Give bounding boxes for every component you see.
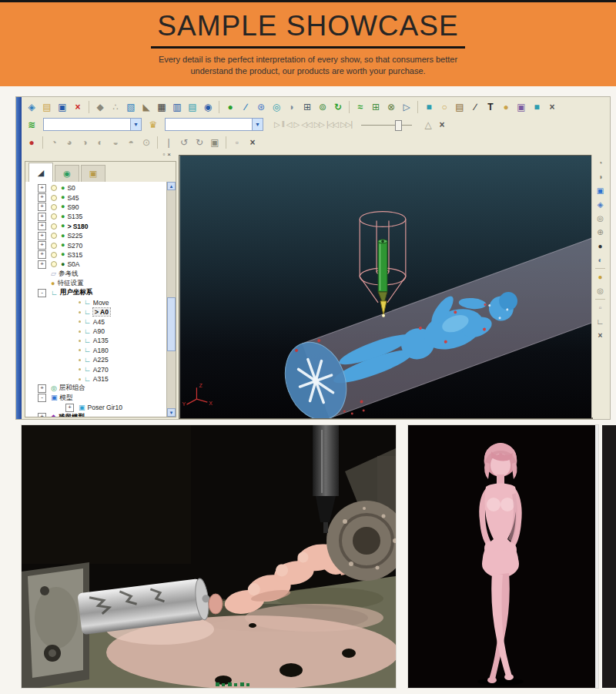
rotate-cw-button[interactable]: ↻ (192, 136, 206, 149)
point-grid-button[interactable]: ∴ (109, 100, 122, 114)
rewind-button[interactable]: ◁◁ (301, 120, 311, 129)
view-dark-button[interactable]: ● (594, 240, 606, 252)
step-forward-button[interactable]: ▷ (294, 120, 300, 129)
tree-item[interactable]: -▣模型 (25, 394, 167, 403)
window-split-button[interactable]: ⊞ (300, 100, 314, 114)
tree-item[interactable]: ∟A180 (25, 346, 167, 355)
tree-item[interactable]: +●S0A (25, 260, 167, 269)
expand-icon[interactable]: + (38, 384, 46, 393)
simulation-speed-slider[interactable] (361, 119, 412, 130)
tree-item[interactable]: ∟Move (25, 298, 167, 307)
box-button[interactable]: ■ (530, 100, 544, 114)
expand-icon[interactable]: + (38, 213, 46, 221)
pin-button[interactable]: | (162, 136, 176, 149)
lightbulb-icon[interactable] (51, 185, 57, 191)
ball-tool-5-button[interactable]: ◒ (109, 136, 122, 149)
lightbulb-icon[interactable] (51, 223, 57, 230)
tree-item[interactable]: -∟用户坐标系 (25, 288, 167, 297)
lightbulb-icon[interactable] (51, 243, 57, 249)
tree-item[interactable]: ∟A135 (25, 336, 167, 345)
viewport-canvas[interactable]: Z Y X (179, 155, 593, 419)
expand-icon[interactable]: + (38, 232, 46, 240)
tree-item[interactable]: +◆残留模型 (25, 412, 167, 417)
tree-item[interactable]: +●S270 (25, 240, 167, 250)
tree-item[interactable]: ▱参考线 (25, 270, 167, 279)
chevron-down-icon[interactable]: ▼ (252, 119, 263, 130)
view-gold-button[interactable]: ● (594, 271, 606, 283)
view-iso-button[interactable]: ◈ (594, 199, 606, 210)
lasso-button[interactable]: ○ (437, 100, 451, 114)
collapse-icon[interactable]: - (38, 394, 46, 402)
ball-tool-1-button[interactable]: ◔ (47, 136, 61, 149)
delete-button[interactable]: × (71, 100, 85, 114)
to-start-button[interactable]: |◁◁ (326, 120, 338, 129)
tree-item[interactable]: +●S45 (25, 193, 167, 202)
scroll-up-button[interactable]: ▲ (167, 182, 176, 190)
key-button[interactable]: ● (499, 100, 513, 114)
ball-tool-6-button[interactable]: ◓ (124, 136, 138, 149)
lightbulb-icon[interactable] (51, 252, 57, 258)
ball-tool-3-button[interactable]: ◑ (78, 136, 92, 149)
image-button[interactable]: ▤ (453, 100, 467, 114)
gauge-button[interactable]: ▤ (186, 100, 199, 114)
tree-item[interactable]: ∟A315 (25, 374, 167, 384)
tree-item[interactable]: ∟>A0 (25, 307, 167, 317)
spring-icon-button[interactable]: ≋ (25, 118, 38, 132)
ramp-button[interactable]: ◣ (139, 100, 153, 114)
machine-button[interactable]: ▥ (170, 100, 184, 114)
solid-box-button[interactable]: ■ (422, 100, 436, 114)
recycle-bin-tab[interactable]: ▣ (81, 165, 105, 182)
lightbulb-icon[interactable] (51, 195, 57, 201)
toolbar3-close-button[interactable]: × (246, 136, 259, 149)
right-close-button[interactable]: × (594, 330, 606, 341)
view-half-button[interactable]: ◑ (594, 171, 606, 183)
view-axis-button[interactable]: ∟ (594, 316, 606, 327)
expand-icon[interactable]: + (38, 193, 46, 202)
rotate-ccw-button[interactable]: ↺ (177, 136, 191, 149)
toolbar2-close-button[interactable]: × (435, 118, 449, 132)
line-button[interactable]: ∕ (468, 100, 482, 114)
tree-item[interactable]: +◎层和组合 (25, 384, 167, 393)
view-add-button[interactable]: ⊕ (594, 226, 606, 238)
tree-scrollbar[interactable]: ▲ ▼ (166, 182, 176, 417)
spring-paths-button[interactable]: ≈ (353, 100, 367, 114)
expand-icon[interactable]: + (38, 184, 46, 193)
object-tree-tab[interactable]: ◢ (28, 163, 53, 182)
tree-item[interactable]: +●S315 (25, 250, 167, 260)
fast-forward-button[interactable]: ▷▷ (314, 120, 324, 129)
blank-button[interactable]: ▫ (230, 136, 244, 149)
speaker-button[interactable]: ◗ (285, 100, 299, 114)
ball-tool-7-button[interactable]: ⊙ (139, 136, 153, 149)
view-ring-button[interactable]: ◎ (594, 213, 606, 224)
expand-icon[interactable]: + (65, 404, 74, 412)
world-view-tab[interactable]: ◉ (55, 165, 79, 182)
play-button[interactable]: ▷ (274, 120, 280, 129)
layer-combobox[interactable]: ▼ (43, 118, 142, 131)
expand-icon[interactable]: + (38, 260, 46, 269)
tree-item[interactable]: +●S135 (25, 212, 167, 221)
text-button[interactable]: T (484, 100, 497, 114)
expand-icon[interactable]: + (38, 250, 46, 259)
view-circle-button[interactable]: ◎ (594, 285, 606, 297)
tree-item[interactable]: +●S0 (25, 183, 167, 193)
save-button[interactable]: ▣ (55, 100, 69, 114)
slider-thumb[interactable] (395, 120, 402, 131)
tree-item[interactable]: +●>S180 (25, 222, 167, 231)
pause-button[interactable]: ‖ (282, 120, 284, 129)
record-button[interactable]: ● (25, 136, 38, 149)
tree-item[interactable]: +●S90 (25, 203, 167, 212)
toolbar1-close-button[interactable]: × (545, 100, 559, 114)
tree-item[interactable]: ∟A45 (25, 317, 167, 326)
lightbulb-icon[interactable] (51, 204, 57, 210)
gear-pair-button[interactable]: ⊚ (316, 100, 330, 114)
step-back-button[interactable]: ◁ (286, 120, 292, 129)
tree-item[interactable]: ∟A90 (25, 327, 167, 336)
tree-item[interactable]: ∟A270 (25, 364, 167, 374)
save-state-button[interactable]: ▣ (208, 136, 222, 149)
clamp-tool-button[interactable]: ◆ (93, 100, 107, 114)
tree-item[interactable]: +▣Poser Gir10 (25, 403, 167, 412)
gear-button[interactable]: ⊛ (254, 100, 268, 114)
expand-icon[interactable]: + (38, 222, 46, 230)
tool-run-button[interactable]: ⊗ (384, 100, 398, 114)
lightbulb-icon[interactable] (51, 213, 57, 220)
